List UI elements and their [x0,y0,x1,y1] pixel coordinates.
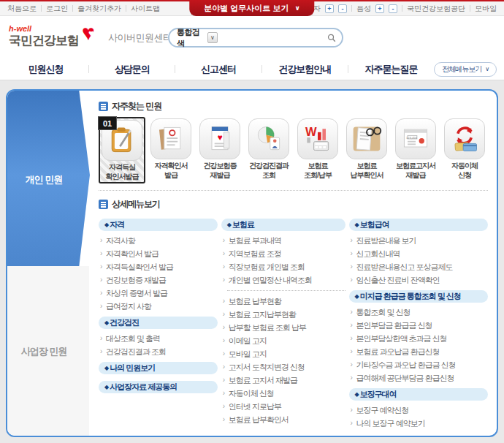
voice-increase-button[interactable]: + [375,4,384,13]
favorite-item-label: 자동이체신청 [441,162,488,180]
favorite-item-4[interactable]: W보험료조회/납부 [294,117,341,183]
menu-item[interactable]: 임신출산 진료비 잔액확인 [349,273,488,287]
sidebar-tab-employer[interactable]: 사업장 민원 [7,345,80,358]
nav-item-3[interactable]: 건강보험안내 [262,63,348,76]
menu-item[interactable]: 보험료 고지서 재발급 [221,374,345,387]
menu-section-header[interactable]: 나의 민원보기 [99,362,218,374]
menu-item[interactable]: 이메일 고지 [221,334,345,347]
menu-item[interactable]: 차상위 증명서 발급 [99,287,218,300]
favorite-item-label: 보험료납부확인서 [343,162,390,180]
utility-link-0[interactable]: 처음으로 [7,4,37,14]
menu-item[interactable]: 기타징수금 과오납 환급금 신청 [349,358,488,371]
favorite-item-2[interactable]: ♥건강보험증재발급 [196,117,243,183]
menu-item[interactable]: 건강검진결과 조회 [99,345,218,358]
favorite-item-5[interactable]: 보험료납부확인서 [343,117,390,183]
utility-link-2[interactable]: 즐겨찾기추가 [77,4,121,14]
favorite-item-label: 자격확인서발급 [148,162,194,180]
menu-item[interactable]: 자격사항 [99,234,218,247]
business-sites-button[interactable]: 분야별 업무사이트 보기 ∨ [189,0,314,16]
favorites-title-row: 자주찾는 민원 [99,100,488,113]
menu-section-header[interactable]: 자격 [99,219,218,231]
menu-item[interactable]: 모바일 고지 [221,347,345,360]
favorite-item-6[interactable]: 123,456보험료고지서재발급 [392,117,439,183]
menu-item[interactable]: 진료받은내용신고 포상금제도 [349,260,488,273]
all-menu-button[interactable]: 전체메뉴보기 ∨ [434,62,497,77]
menu-item[interactable]: 진료받은내용 보기 [349,234,488,247]
menu-item[interactable]: 직장보험료 개인별 조회 [221,260,345,273]
menu-item[interactable]: 자동이체 신청 [221,387,345,400]
menu-item[interactable]: 보험료 과오납금 환급신청 [349,345,488,358]
business-sites-label: 분야별 업무사이트 보기 [204,3,289,14]
menu-item[interactable]: 지역보험료 조정 [221,247,345,260]
menu-item[interactable]: 개인별 연말정산 내역조회 [221,273,345,287]
menu-item[interactable]: 보험료 고지납부현황 [221,308,345,321]
menu-section-header[interactable]: 보험료 [221,219,345,231]
menu-item[interactable]: 고지서 도착지변경 신청 [221,360,345,374]
svg-text:W: W [305,125,317,138]
utility-links-left: 처음으로로그인즐겨찾기추가사이트맵 [7,4,160,14]
favorite-item-7[interactable]: 자동이체신청 [441,117,488,183]
certificate-stamp-icon [150,118,191,159]
logo-hwell-label: h-well [9,25,79,33]
menu-item[interactable]: 보장구 예약신청 [349,404,488,417]
menu-section-header[interactable]: 보험급여 [349,219,488,231]
won-chart-icon: W [297,118,338,159]
link-nhis-corp[interactable]: 국민건강보험공단 [407,4,465,14]
menu-section-header[interactable]: 미지급 환급금 통합조회 및 신청 [349,290,488,303]
font-increase-button[interactable]: + [325,4,334,13]
separator [72,5,73,12]
favorite-item-3[interactable]: 건강검진결과조회 [245,117,292,183]
menu-item[interactable]: 본인부담금 환급금 신청 [349,319,488,332]
svg-text:123,456: 123,456 [406,136,418,140]
nav-item-4[interactable]: 자주묻는질문 [348,63,434,76]
sidebar-tab-personal[interactable]: 개인 민원 [7,173,80,186]
logo-text: h-well 국민건강보험 [9,25,79,47]
favorite-item-0[interactable]: 01자격득실확인서발급 [99,117,145,183]
menu-item[interactable]: 자격확인서 발급 [99,247,218,260]
menu-item[interactable]: 자격득실확인서 발급 [99,260,218,273]
menu-item[interactable]: 보험료 부과내역 [221,234,345,247]
menu-item[interactable]: 신고회신내역 [349,247,488,260]
menu-item[interactable]: 대상조회 및 출력 [99,332,218,345]
menu-section-header[interactable]: 보장구대여 [349,388,488,401]
menu-item[interactable]: 본인부담상한액 초과금 신청 [349,332,488,345]
detail-menu-columns: 자격자격사항자격확인서 발급자격득실확인서 발급건강보험증 재발급차상위 증명서… [99,215,488,430]
menu-item[interactable]: 보험료 납부확인서 [221,413,345,426]
chevron-down-icon: ∨ [485,66,489,72]
search-category-label: 통합검색 [177,27,204,49]
bill-notice-icon: 123,456 [395,118,436,159]
voice-decrease-button[interactable]: - [389,4,397,13]
menu-item[interactable]: 급여해제 공단부담금 환급신청 [349,371,488,385]
pie-person-icon [248,118,289,159]
nav-item-1[interactable]: 상담문의 [89,63,175,76]
menu-item[interactable]: 급여정지 사항 [99,300,218,313]
search-input[interactable] [221,31,324,45]
health-card-icon: ♥ [199,118,240,159]
menu-item[interactable]: 납부할 보험료 조회 납부 [221,321,345,334]
menu-item[interactable]: 나의 보장구 예약보기 [349,417,488,430]
favorite-item-label: 보험료조회/납부 [294,162,341,180]
font-decrease-button[interactable]: - [338,4,347,13]
main-content: 자주찾는 민원 01자격득실확인서발급자격확인서발급♥건강보험증재발급건강검진결… [90,91,497,430]
utility-bar: 처음으로로그인즐겨찾기추가사이트맵 분야별 업무사이트 보기 ∨ 글자+-음성+… [0,0,504,16]
separator [41,5,42,12]
menu-item[interactable]: 통합조회 및 신청 [349,306,488,319]
utility-link-1[interactable]: 로그인 [46,4,68,14]
menu-item[interactable]: 보험료 납부현황 [221,295,345,308]
logo-main-label: 국민건강보험 [9,34,79,48]
link-mobile[interactable]: 모바일 [475,4,497,14]
separator [351,5,352,12]
search-icon[interactable] [327,33,336,43]
receipt-glasses-icon [346,118,387,159]
voice-label: 음성 [356,4,371,14]
menu-section-header[interactable]: 사업장자료 제공동의 [99,381,218,393]
nav-item-0[interactable]: 민원신청 [3,63,88,76]
site-logo[interactable]: h-well 국민건강보험 ♥ ♥ 사이버민원센터 [9,25,172,47]
nav-item-2[interactable]: 신고센터 [175,63,261,76]
favorite-item-1[interactable]: 자격확인서발급 [148,117,194,183]
menu-item[interactable]: 인터넷 지로납부 [221,400,345,413]
search-category-dropdown[interactable]: ∨ [207,32,218,43]
menu-item[interactable]: 건강보험증 재발급 [99,273,218,287]
menu-section-header[interactable]: 건강검진 [99,317,218,329]
utility-link-3[interactable]: 사이트맵 [131,4,160,14]
